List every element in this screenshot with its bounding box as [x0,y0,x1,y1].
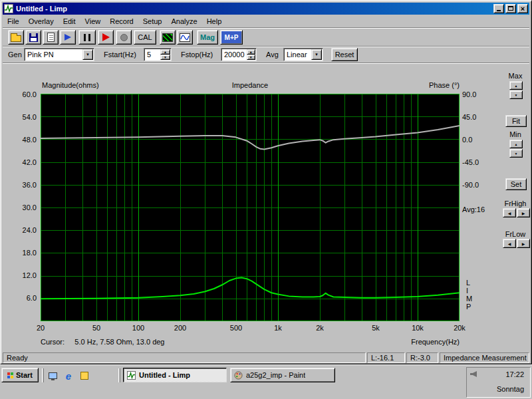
chevron-down-icon[interactable] [311,49,322,60]
show-desktop-icon [49,372,57,379]
open-button[interactable] [8,30,24,45]
freq-tick: 20k [446,324,473,332]
mag-tick: 54.0 [14,113,37,121]
phase-tick: 90.0 [462,90,491,98]
start-button[interactable]: Start [1,368,39,382]
menu-edit[interactable]: Edit [59,16,80,27]
set-button[interactable]: Set [505,178,527,190]
mag-tick: 48.0 [14,136,37,144]
limp-watermark: P [466,303,471,311]
phase-axis-title: Phase (°) [366,81,460,89]
pen-color-button[interactable] [60,30,76,45]
record-button[interactable] [116,30,132,45]
mag-tick: 30.0 [14,203,37,211]
averaging-value: Linear [284,51,311,59]
impedance-plot[interactable] [41,94,460,321]
min-up-button[interactable] [509,140,523,148]
menu-overlay[interactable]: Overlay [24,16,59,27]
menu-file[interactable]: File [3,16,24,27]
fstop-value[interactable]: 20000 [221,49,246,61]
frlow-left-button[interactable] [503,239,516,248]
menu-analyze[interactable]: Analyze [166,16,201,27]
maximize-icon [508,6,513,11]
calibrate-button[interactable]: CAL [134,30,156,45]
status-mode: Impedance Measurement [440,352,529,363]
task-paint[interactable]: a25g2_imp - Paint [230,368,335,382]
frhigh-left-button[interactable] [503,208,516,217]
averaging-select[interactable]: Linear [283,48,323,61]
freq-tick: 2k [307,324,333,332]
chevron-down-icon[interactable] [82,49,93,60]
toolbar-generator: Gen Pink PN Fstart(Hz) 5 Fstop(Hz) 20000 [3,47,529,63]
mag-tick: 24.0 [14,226,37,234]
divider [3,63,529,64]
minimize-icon [497,10,501,11]
status-bar: Ready L:-16.1 R:-3.0 Impedance Measureme… [3,352,529,363]
spin-up-icon[interactable] [247,49,255,55]
maximize-button[interactable] [505,4,516,13]
taskbar: Start Untitled - Limp a25g2_imp - Paint … [0,364,532,399]
title-bar[interactable]: Untitled - Limp [3,3,529,15]
cursor-readout: Cursor: 5.0 Hz, 7.58 Ohm, 13.0 deg [41,338,164,346]
mag-tick: 18.0 [14,249,37,257]
app-shortcut-icon [80,372,88,380]
fstop-label: Fstop(Hz) [181,51,213,59]
fstart-stepper[interactable]: 5 [144,48,172,61]
max-down-button[interactable] [509,90,523,99]
frhigh-label: FrHigh [499,200,531,207]
internet-explorer-button[interactable] [63,370,74,382]
spin-down-icon[interactable] [160,55,170,60]
min-down-button[interactable] [509,149,523,158]
limp-app-icon [4,4,13,13]
pause-icon [84,34,90,41]
fstop-stepper[interactable]: 20000 [221,48,257,61]
spectrum-button[interactable] [160,30,176,45]
paint-icon [234,371,243,380]
close-button[interactable] [517,4,528,13]
avg-count-text: Avg:16 [462,205,485,213]
status-left-level: L:-16.1 [367,352,405,363]
menu-setup[interactable]: Setup [138,16,167,27]
volume-icon[interactable] [470,371,477,377]
limp-window: Untitled - Limp File Overlay Edit View R… [0,0,532,364]
app-shortcut-button[interactable] [78,370,90,382]
spin-up-icon[interactable] [160,49,170,55]
show-desktop-button[interactable] [47,370,59,382]
minimize-button[interactable] [493,4,504,13]
frlow-right-button[interactable] [517,239,530,248]
windows-logo-icon [7,372,13,378]
play-icon [102,33,110,41]
menu-view[interactable]: View [80,16,106,27]
waveform-button[interactable] [177,30,193,45]
task-label: Untitled - Limp [139,371,190,379]
magnitude-phase-view-button[interactable]: M+P [220,30,243,45]
task-limp[interactable]: Untitled - Limp [123,368,227,382]
generator-type-select[interactable]: Pink PN [24,48,94,61]
pause-button[interactable] [78,30,96,45]
fit-button[interactable]: Fit [505,115,527,127]
copy-page-icon [47,33,55,42]
generator-type-value: Pink PN [25,51,82,59]
task-label: a25g2_imp - Paint [246,371,305,379]
reset-button[interactable]: Reset [331,48,358,61]
fstart-value[interactable]: 5 [144,49,160,61]
limp-app-icon [127,371,136,380]
spin-down-icon[interactable] [247,55,255,60]
menu-help[interactable]: Help [202,16,227,27]
fstart-label: Fstart(Hz) [104,51,136,59]
max-up-button[interactable] [509,81,523,90]
save-button[interactable] [25,30,41,45]
mag-tick: 60.0 [14,90,37,98]
play-button[interactable] [98,30,114,45]
phase-tick: -45.0 [462,158,491,166]
frhigh-right-button[interactable] [517,208,530,217]
start-label: Start [16,371,33,379]
taskbar-divider [42,368,44,382]
status-ready: Ready [3,352,366,363]
copy-button[interactable] [43,30,59,45]
avg-label: Avg [266,51,279,59]
magnitude-view-button[interactable]: Mag [197,30,218,45]
mag-tick: 36.0 [14,181,37,189]
limp-watermark: L [466,279,470,287]
menu-record[interactable]: Record [105,16,138,27]
